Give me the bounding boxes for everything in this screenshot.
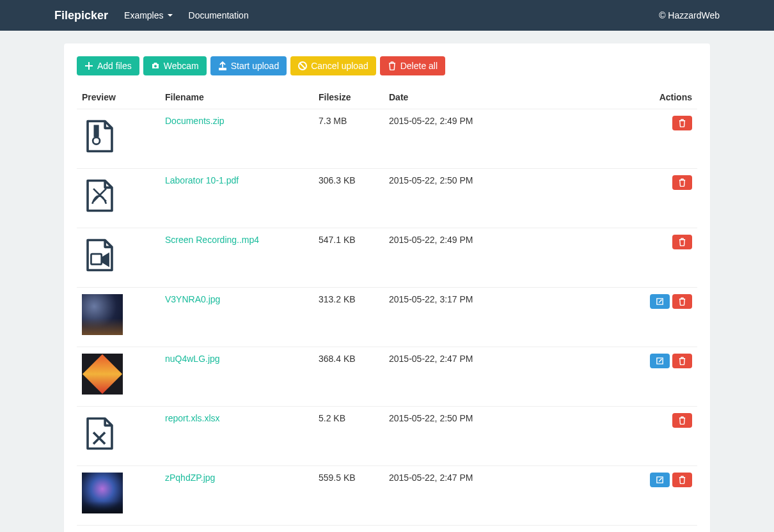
file-link[interactable]: nuQ4wLG.jpg [165, 354, 220, 364]
file-link[interactable]: Screen Recording..mp4 [165, 235, 259, 245]
table-row: nuQ4wLG.jpg 368.4 KB 2015-05-22, 2:47 PM [77, 347, 697, 407]
delete-button[interactable] [672, 116, 692, 130]
trash-icon [678, 357, 686, 365]
plus-icon [84, 61, 93, 70]
file-date: 2015-05-22, 2:49 PM [389, 116, 473, 126]
svg-rect-3 [95, 126, 98, 136]
trash-icon [678, 238, 686, 246]
svg-point-4 [93, 137, 100, 145]
webcam-button[interactable]: Webcam [143, 56, 207, 75]
svg-rect-5 [91, 254, 101, 264]
file-link[interactable]: Documents.zip [165, 116, 225, 126]
cancel-upload-button[interactable]: Cancel upload [290, 56, 376, 75]
table-row: report.xls.xlsx 5.2 KB 2015-05-22, 2:50 … [77, 407, 697, 466]
col-header-actions: Actions [531, 87, 697, 109]
row-actions [536, 354, 692, 368]
file-date: 2015-05-22, 3:17 PM [389, 294, 473, 304]
webcam-label: Webcam [164, 61, 199, 71]
copyright-label: © HazzardWeb [659, 10, 720, 20]
trash-icon [678, 178, 686, 187]
file-date: 2015-05-22, 2:47 PM [389, 354, 473, 364]
image-thumbnail[interactable] [82, 473, 123, 513]
table-row: Laborator 10-1.pdf 306.3 KB 2015-05-22, … [77, 169, 697, 228]
delete-button[interactable] [672, 235, 692, 249]
edit-icon [656, 476, 664, 484]
col-header-filesize: Filesize [313, 87, 384, 109]
caret-down-icon [168, 14, 173, 17]
edit-button[interactable] [650, 354, 670, 368]
toolbar: Add files Webcam Start upload Cancel upl… [77, 56, 697, 75]
delete-all-button[interactable]: Delete all [380, 56, 445, 75]
start-upload-button[interactable]: Start upload [210, 56, 287, 75]
delete-all-label: Delete all [400, 61, 438, 71]
file-size: 306.3 KB [319, 175, 356, 185]
file-size: 313.2 KB [319, 294, 356, 304]
delete-button[interactable] [672, 473, 692, 487]
file-link[interactable]: V3YNRA0.jpg [165, 294, 220, 304]
row-actions [536, 473, 692, 487]
table-row: Documents.zip 7.3 MB 2015-05-22, 2:49 PM [77, 109, 697, 169]
navbar-left: Filepicker Examples Documentation [54, 9, 249, 22]
col-header-date: Date [384, 87, 531, 109]
file-size: 5.2 KB [319, 413, 345, 423]
image-thumbnail[interactable] [82, 294, 123, 335]
file-size: 7.3 MB [319, 116, 347, 126]
nav-examples-label: Examples [124, 10, 163, 20]
edit-button[interactable] [650, 473, 670, 487]
row-actions [536, 413, 692, 428]
files-table: Preview Filename Filesize Date Actions D… [77, 87, 697, 526]
delete-button[interactable] [672, 294, 692, 309]
cancel-upload-label: Cancel upload [311, 61, 368, 71]
file-date: 2015-05-22, 2:49 PM [389, 235, 473, 245]
nav-documentation-link[interactable]: Documentation [189, 10, 249, 20]
edit-icon [656, 297, 664, 306]
file-link[interactable]: zPqhdZP.jpg [165, 473, 215, 483]
table-row: Screen Recording..mp4 547.1 KB 2015-05-2… [77, 228, 697, 288]
edit-icon [656, 357, 664, 365]
upload-icon [218, 61, 227, 70]
trash-icon [678, 416, 686, 425]
file-type-icon [82, 235, 118, 276]
table-row: zPqhdZP.jpg 559.5 KB 2015-05-22, 2:47 PM [77, 466, 697, 526]
trash-icon [388, 61, 397, 70]
file-link[interactable]: Laborator 10-1.pdf [165, 175, 239, 185]
col-header-filename: Filename [160, 87, 313, 109]
ban-icon [298, 61, 307, 70]
row-actions [536, 235, 692, 249]
row-actions [536, 175, 692, 190]
delete-button[interactable] [672, 175, 692, 190]
trash-icon [678, 119, 686, 127]
file-size: 559.5 KB [319, 473, 356, 483]
file-type-icon [82, 413, 118, 454]
file-link[interactable]: report.xls.xlsx [165, 413, 220, 423]
trash-icon [678, 297, 686, 306]
camera-icon [151, 61, 160, 70]
add-files-label: Add files [97, 61, 132, 71]
table-row: V3YNRA0.jpg 313.2 KB 2015-05-22, 3:17 PM [77, 288, 697, 347]
file-date: 2015-05-22, 2:50 PM [389, 413, 473, 423]
delete-button[interactable] [672, 354, 692, 368]
row-actions [536, 294, 692, 309]
edit-button[interactable] [650, 294, 670, 309]
trash-icon [678, 476, 686, 484]
file-date: 2015-05-22, 2:47 PM [389, 473, 473, 483]
add-files-button[interactable]: Add files [77, 56, 139, 75]
file-size: 547.1 KB [319, 235, 356, 245]
start-upload-label: Start upload [231, 61, 280, 71]
file-size: 368.4 KB [319, 354, 356, 364]
brand[interactable]: Filepicker [54, 9, 108, 22]
file-type-icon [82, 116, 118, 157]
file-panel: Add files Webcam Start upload Cancel upl… [64, 43, 710, 532]
file-type-icon [82, 175, 118, 216]
navbar: Filepicker Examples Documentation © Hazz… [0, 0, 774, 31]
nav-examples-dropdown[interactable]: Examples [124, 10, 172, 20]
file-date: 2015-05-22, 2:50 PM [389, 175, 473, 185]
row-actions [536, 116, 692, 130]
image-thumbnail[interactable] [82, 354, 123, 395]
delete-button[interactable] [672, 413, 692, 428]
col-header-preview: Preview [77, 87, 160, 109]
